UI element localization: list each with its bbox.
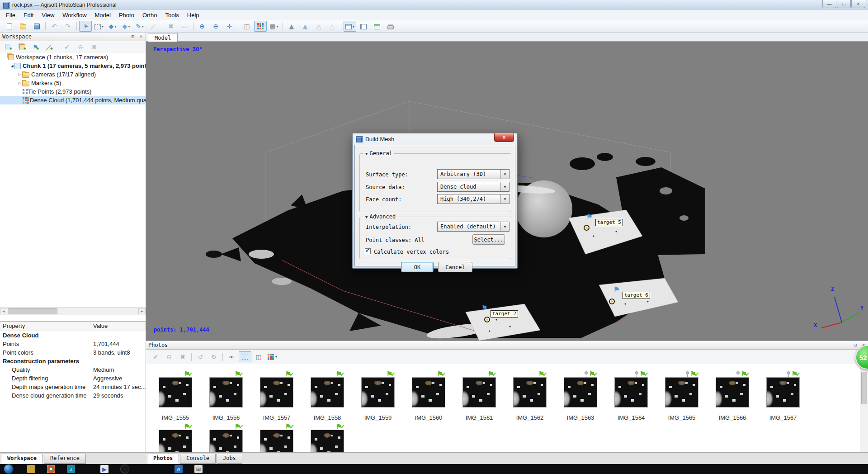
photo-thumbnail[interactable]: ⚑✔ bbox=[260, 377, 293, 408]
menu-photo[interactable]: Photo bbox=[115, 10, 138, 20]
zoom-out-button[interactable]: ⊖ bbox=[209, 21, 222, 32]
menu-help[interactable]: Help bbox=[183, 10, 203, 20]
gradual-selection-tool-button[interactable]: ◆▾ bbox=[120, 21, 132, 32]
navigation-tool-button[interactable]: ➤ bbox=[79, 21, 92, 32]
tab-model[interactable]: Model bbox=[148, 33, 178, 42]
photo-thumbnail[interactable]: ⚑✔ bbox=[665, 377, 698, 408]
taskbar-app-icon[interactable] bbox=[120, 465, 129, 474]
tab-jobs[interactable]: Jobs bbox=[217, 454, 242, 464]
redo-button[interactable]: ↷ bbox=[61, 21, 74, 32]
rectangle-selection-tool-button[interactable]: ▾ bbox=[93, 21, 105, 32]
face-count-select[interactable]: High (340,274) ▼ bbox=[437, 194, 509, 204]
minimize-button[interactable]: — bbox=[822, 0, 836, 8]
photo-thumbnail[interactable]: ⚑✔ bbox=[311, 430, 344, 452]
tab-photos[interactable]: Photos bbox=[147, 454, 179, 464]
tree-item[interactable]: Workspace (1 chunks, 17 cameras) bbox=[0, 53, 146, 62]
surface-type-select[interactable]: Arbitrary (3D) ▼ bbox=[437, 169, 509, 179]
add-scalebar-button[interactable]: ／+ bbox=[43, 42, 56, 52]
workspace-close-button[interactable]: × bbox=[138, 33, 144, 39]
tree-item[interactable]: ▷Markers (5) bbox=[0, 79, 146, 87]
close-button[interactable]: × bbox=[851, 0, 865, 8]
hscroll-left-arrow[interactable]: ◄ bbox=[0, 308, 7, 314]
open-project-button[interactable] bbox=[17, 21, 29, 32]
build-mesh-dialog[interactable]: Build Mesh × ▼General Surface type: Arbi… bbox=[352, 133, 518, 269]
calculate-vertex-colors-checkbox[interactable]: ✔ bbox=[365, 248, 371, 254]
show-thumbnails-button[interactable] bbox=[254, 21, 267, 32]
tree-expander-icon[interactable]: ◢ bbox=[9, 64, 14, 68]
marker-flag-icon[interactable]: ⚑ bbox=[481, 305, 487, 311]
workspace-float-button[interactable]: ⊡ bbox=[130, 33, 136, 39]
show-details-button[interactable]: ▦▾ bbox=[268, 21, 280, 32]
photo-thumbnail[interactable]: ⚑✔ bbox=[159, 377, 192, 408]
menu-edit[interactable]: Edit bbox=[19, 10, 38, 20]
photo-thumbnail[interactable]: ⚑✔ bbox=[462, 377, 496, 408]
wireframe-view-button[interactable]: △ bbox=[312, 21, 325, 32]
photo-thumbnail[interactable]: ⚑✔ bbox=[766, 377, 800, 408]
navigate-move-button[interactable]: ✛ bbox=[223, 21, 236, 32]
taskbar-browser-icon[interactable] bbox=[47, 465, 55, 473]
menu-ortho[interactable]: Ortho bbox=[138, 10, 161, 20]
photo-thumbnail[interactable]: ⚑✔ bbox=[564, 377, 597, 408]
shaded-view-button[interactable]: ▲ bbox=[285, 21, 298, 32]
toggle-console-pane-button[interactable] bbox=[357, 21, 370, 32]
crop-region-button[interactable]: ▱ bbox=[178, 21, 191, 32]
photo-thumbnail[interactable]: ⚑✔ bbox=[209, 430, 243, 452]
photos-float-button[interactable]: ⊡ bbox=[852, 341, 859, 348]
new-project-button[interactable] bbox=[3, 21, 16, 32]
source-data-select[interactable]: Dense cloud ▼ bbox=[437, 182, 509, 192]
cancel-button[interactable]: Cancel bbox=[438, 262, 472, 272]
ruler-tool-button[interactable]: ／ bbox=[147, 21, 160, 32]
taskbar-media-icon[interactable]: ♪ bbox=[67, 465, 75, 473]
marker-tool-button[interactable]: ✎▾ bbox=[133, 21, 146, 32]
hscroll-right-arrow[interactable]: ► bbox=[138, 308, 146, 314]
add-photos-button[interactable]: + bbox=[16, 42, 28, 52]
toggle-jobs-pane-button[interactable] bbox=[371, 21, 383, 32]
tab-reference[interactable]: Reference bbox=[44, 454, 86, 464]
photo-thumbnail[interactable]: ⚑✔ bbox=[614, 377, 648, 408]
photo-thumbnail[interactable]: ⚑✔ bbox=[159, 430, 192, 452]
window-titlebar[interactable]: rock.psx — Agisoft PhotoScan Professiona… bbox=[0, 0, 868, 10]
menu-file[interactable]: File bbox=[2, 10, 19, 20]
add-marker-button[interactable]: ⚑+ bbox=[29, 42, 42, 52]
rotate-left-button[interactable]: ↺ bbox=[194, 351, 207, 362]
selection-mode-button[interactable] bbox=[239, 351, 251, 362]
photo-thumbnail[interactable]: ⚑✔ bbox=[412, 377, 445, 408]
free-form-selection-tool-button[interactable]: ◆▾ bbox=[106, 21, 119, 32]
select-classes-button[interactable]: Select... bbox=[472, 234, 505, 245]
rotate-right-button[interactable]: ↻ bbox=[208, 351, 220, 362]
photos-vscrollbar[interactable]: ▲ bbox=[860, 364, 868, 452]
tab-workspace[interactable]: Workspace bbox=[1, 454, 43, 464]
marker-flag-icon[interactable]: ⚑ bbox=[613, 286, 619, 293]
dialog-titlebar[interactable]: Build Mesh × bbox=[353, 133, 517, 145]
undo-button[interactable]: ↶ bbox=[48, 21, 61, 32]
marker-dot[interactable] bbox=[584, 225, 590, 231]
tree-item[interactable]: Dense Cloud (1,701,444 points, Medium qu… bbox=[0, 96, 146, 104]
disable-photo-button[interactable]: ⊖ bbox=[163, 351, 175, 362]
disable-item-button[interactable]: ⊖ bbox=[74, 42, 87, 52]
marker-flag-icon[interactable]: ⚑ bbox=[586, 213, 592, 220]
dialog-close-button[interactable]: × bbox=[494, 133, 514, 142]
enable-item-button[interactable]: ✔ bbox=[61, 42, 73, 52]
show-image-pairs-button[interactable]: ◫ bbox=[241, 21, 253, 32]
save-project-button[interactable] bbox=[30, 21, 43, 32]
photo-thumbnail[interactable]: ⚑✔ bbox=[209, 377, 243, 408]
maximize-button[interactable]: □ bbox=[837, 0, 851, 8]
remove-photo-button[interactable]: ✖ bbox=[176, 351, 189, 362]
menu-model[interactable]: Model bbox=[91, 10, 115, 20]
workspace-hscrollbar[interactable]: ◄ ► bbox=[0, 307, 146, 315]
interpolation-select[interactable]: Enabled (default) ▼ bbox=[437, 222, 509, 232]
tree-expander-icon[interactable]: ▷ bbox=[17, 72, 22, 76]
taskbar-player-icon[interactable]: ▶ bbox=[100, 465, 108, 473]
menu-workflow[interactable]: Workflow bbox=[58, 10, 90, 20]
highlight-mode-button[interactable]: ◫ bbox=[252, 351, 265, 362]
photo-thumbnail[interactable]: ⚑✔ bbox=[513, 377, 547, 408]
capture-view-button[interactable] bbox=[384, 21, 397, 32]
taskbar-folder-icon[interactable] bbox=[27, 465, 35, 473]
delete-selection-button[interactable]: ✖ bbox=[165, 21, 177, 32]
tab-console[interactable]: Console bbox=[180, 454, 216, 464]
tree-item[interactable]: ▷Cameras (17/17 aligned) bbox=[0, 70, 146, 79]
zoom-in-button[interactable]: ⊕ bbox=[196, 21, 208, 32]
menu-view[interactable]: View bbox=[38, 10, 58, 20]
tree-item[interactable]: ◢Chunk 1 (17 cameras, 5 markers, 2,973 p… bbox=[0, 62, 146, 70]
enable-photo-button[interactable]: ✔ bbox=[149, 351, 162, 362]
